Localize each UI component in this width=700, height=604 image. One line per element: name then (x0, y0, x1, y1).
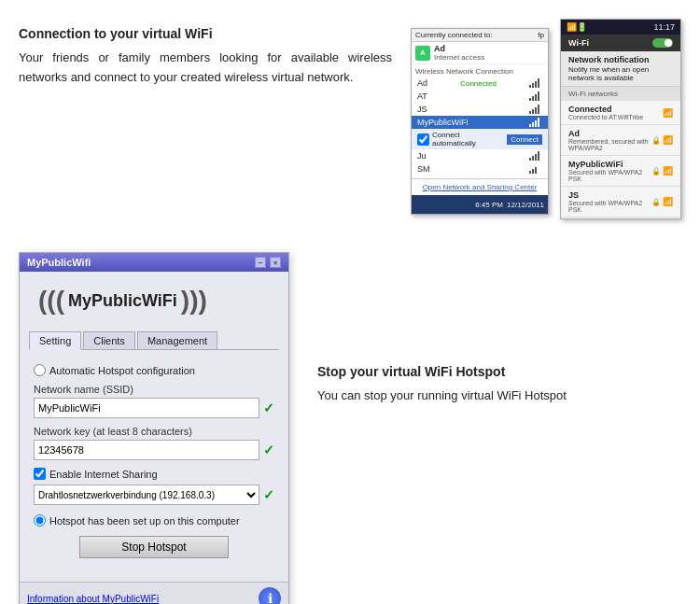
network-name-ju: Ju (417, 151, 427, 161)
net-status-connected: Connected to AT:WifiTribe (568, 114, 643, 120)
wifi-bars-js (529, 105, 542, 114)
taskbar-time: 6:45 PM (475, 201, 503, 209)
app-title: MyPublicWifi (27, 257, 91, 268)
wifi-network-row-sm: SM (412, 162, 548, 176)
top-section: Connection to your virtual WiFi Your fri… (0, 0, 700, 229)
android-status-icons: 📶🔋 (567, 22, 587, 32)
mypublic-selected-row[interactable]: MyPublicWiFi (412, 116, 548, 129)
top-heading: Connection to your virtual WiFi (19, 26, 392, 41)
close-button[interactable]: × (270, 257, 281, 268)
android-net-mypublic: MyPublicWiFi Secured with WPA/WPA2 PSK 🔒… (561, 156, 680, 187)
lock-icon-ad: 🔒 (651, 136, 661, 145)
bottom-heading: Stop your virtual WiFi Hotspot (317, 364, 681, 379)
bottom-right-text: Stop your virtual WiFi Hotspot You can s… (317, 252, 681, 604)
top-description: Your friends or family members looking f… (19, 49, 392, 88)
auto-hotspot-label: Automatic Hotspot configuration (49, 365, 195, 376)
open-sharing-center-link[interactable]: Open Network and Sharing Center (412, 178, 548, 195)
stop-hotspot-button[interactable]: Stop Hotspot (79, 536, 229, 558)
taskbar-date: 12/12/2011 (507, 201, 544, 209)
connection-select[interactable]: Drahtlosnetzwerkverbindung (192.168.0.3) (34, 485, 259, 505)
net-info-mypublic: MyPublicWiFi Secured with WPA/WPA2 PSK (568, 160, 651, 182)
connect-button[interactable]: Connect (507, 134, 542, 145)
connected-status: Internet access (434, 53, 484, 62)
network-name-ad: Ad (417, 78, 427, 88)
windows-wifi-panel: Currently connected to: fp A Ad Internet… (411, 28, 549, 215)
net-name-js-android: JS (568, 190, 651, 200)
wifi-bars-mypublic (529, 118, 542, 127)
connected-name: Ad (434, 44, 484, 53)
net-info-connected: Connected Connected to AT:WifiTribe (568, 105, 643, 120)
wifi-network-row-ad: Ad Connected (412, 77, 548, 90)
app-display-name: MyPublicWiFi (68, 291, 177, 311)
key-label: Network key (at least 8 characters) (34, 426, 274, 437)
top-text-block: Connection to your virtual WiFi Your fri… (19, 19, 392, 219)
android-status-bar: 📶🔋 11:17 (561, 20, 680, 35)
android-wifi-panel: 📶🔋 11:17 Wi-Fi Network notification Noti… (560, 19, 681, 219)
android-notif-row: Network notification Notify me when an o… (561, 51, 680, 87)
wifi-bars-mypublic-android: 📶 (663, 166, 673, 176)
connect-auto-checkbox[interactable] (417, 133, 429, 146)
sharing-label: Enable Internet Sharing (49, 469, 158, 480)
sharing-checkbox[interactable] (34, 468, 46, 480)
tab-management[interactable]: Management (137, 331, 217, 349)
android-net-lu: lu 📶 (561, 218, 680, 219)
network-name-js: JS (417, 105, 427, 114)
connected-to-label: Currently connected to: (415, 31, 493, 39)
wifi-arc-left-icon: ((( (38, 286, 64, 316)
app-titlebar: MyPublicWifi − × (20, 253, 288, 272)
lock-wifi-ad: 🔒 📶 (651, 135, 673, 145)
key-input[interactable] (34, 440, 259, 460)
win-taskbar: 6:45 PM 12/12/2011 (412, 195, 548, 214)
connect-auto-row: Connect automatically Connect (412, 129, 548, 149)
tab-setting[interactable]: Setting (29, 331, 81, 350)
connect-auto-label: Connect automatically (432, 131, 504, 147)
ssid-label: Network name (SSID) (34, 384, 274, 395)
wifi-bars-ad-android: 📶 (663, 135, 673, 145)
ssid-input[interactable] (34, 398, 259, 418)
lock-wifi-mypublic: 🔒 📶 (651, 166, 673, 176)
bottom-description: You can stop your running virtual WiFi H… (317, 386, 681, 406)
wifi-network-row-js: JS (412, 103, 548, 116)
network-icon: A (415, 46, 430, 61)
top-screenshot: Currently connected to: fp A Ad Internet… (411, 19, 681, 219)
footer-icon: ℹ (259, 587, 281, 604)
android-wifi-label: Wi-Fi (568, 38, 589, 48)
sharing-checkbox-row: Enable Internet Sharing (34, 468, 274, 480)
auto-hotspot-radio[interactable] (34, 364, 46, 376)
wifi-bars-sm (529, 164, 542, 174)
tab-clients[interactable]: Clients (83, 331, 135, 349)
net-name-connected: Connected (568, 105, 643, 114)
signal-indicator: fp (538, 31, 544, 39)
win-wifi-header: Currently connected to: fp (412, 29, 548, 42)
android-wifi-title: Wi-Fi (561, 35, 680, 51)
minimize-button[interactable]: − (255, 257, 266, 268)
android-networks-label: Wi-Fi networks (561, 87, 680, 101)
android-net-ad: Ad Remembered, secured with WPA/WPA2 🔒 📶 (561, 125, 680, 156)
network-connection-label: Wireless Network Connection (412, 63, 548, 77)
app-tabs: Setting Clients Management (29, 331, 279, 350)
auto-hotspot-radio-row: Automatic Hotspot configuration (34, 364, 274, 376)
hotspot-setup-radio-row: Hotspot has been set up on this computer (34, 514, 274, 527)
key-input-row: ✓ (34, 440, 274, 460)
wifi-logo: ((( MyPublicWiFi ))) (38, 286, 207, 316)
wifi-bars-js-android: 📶 (663, 197, 673, 206)
net-status-ad: Remembered, secured with WPA/WPA2 (568, 138, 651, 151)
connected-info: Ad Internet access (434, 44, 484, 62)
app-body: ((( MyPublicWiFi ))) Setting Clients Man… (20, 272, 288, 582)
app-window: MyPublicWifi − × ((( MyPublicWiFi ))) Se… (19, 252, 289, 604)
lock-wifi-js: 🔒 📶 (651, 197, 673, 206)
wifi-network-row-at: AT (412, 90, 548, 103)
android-time: 11:17 (653, 22, 675, 32)
connection-select-row: Drahtlosnetzwerkverbindung (192.168.0.3)… (34, 485, 274, 505)
android-net-js: JS Secured with WPA/WPA2 PSK 🔒 📶 (561, 187, 680, 218)
titlebar-controls: − × (255, 257, 281, 268)
android-wifi-toggle[interactable] (652, 38, 673, 48)
lock-icon-mypublic: 🔒 (651, 167, 661, 176)
bottom-section: MyPublicWifi − × ((( MyPublicWiFi ))) Se… (0, 238, 700, 604)
form-section: Automatic Hotspot configuration Network … (29, 359, 279, 572)
net-status-js: Secured with WPA/WPA2 PSK (568, 200, 651, 213)
net-info-ad: Ad Remembered, secured with WPA/WPA2 (568, 129, 651, 151)
footer-link[interactable]: Information about MyPublicWiFi (27, 594, 159, 604)
hotspot-setup-radio[interactable] (34, 514, 46, 527)
net-name-mypublic: MyPublicWiFi (568, 160, 651, 169)
